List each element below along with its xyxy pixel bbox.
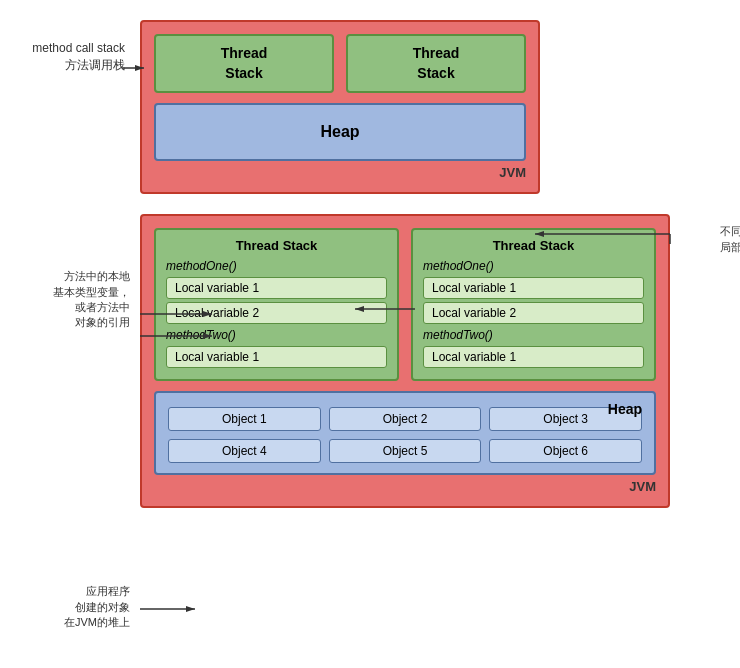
thread-stack-box-1: ThreadStack bbox=[154, 34, 334, 93]
thread-stack-box-2: ThreadStack bbox=[346, 34, 526, 93]
thread-stacks-row-bottom: Thread Stack methodOne() Local variable … bbox=[154, 228, 656, 381]
annot-heap-objects: 应用程序创建的对象在JVM的堆上 bbox=[15, 584, 130, 630]
thread-stack-2-title: Thread Stack bbox=[423, 238, 644, 253]
object-5: Object 5 bbox=[329, 439, 482, 463]
top-jvm-diagram: method call stack 方法调用栈 ThreadStack Thre… bbox=[140, 20, 620, 194]
jvm-box-bottom: Thread Stack methodOne() Local variable … bbox=[140, 214, 670, 508]
object-4: Object 4 bbox=[168, 439, 321, 463]
thread-stack-2-bottom: Thread Stack methodOne() Local variable … bbox=[411, 228, 656, 381]
thread-stack-1-title: Thread Stack bbox=[166, 238, 387, 253]
object-1: Object 1 bbox=[168, 407, 321, 431]
jvm-box-top: ThreadStack ThreadStack Heap JVM bbox=[140, 20, 540, 194]
heap-objects-grid: Object 1 Object 2 Object 3 Object 4 Obje… bbox=[168, 407, 642, 463]
annot-local-vars: 方法中的本地基本类型变量，或者方法中对象的引用 bbox=[15, 269, 130, 331]
heap-label: Heap bbox=[608, 401, 642, 417]
thread-stack-1-bottom: Thread Stack methodOne() Local variable … bbox=[154, 228, 399, 381]
local-var-1-2: Local variable 2 bbox=[166, 302, 387, 324]
object-6: Object 6 bbox=[489, 439, 642, 463]
jvm-label-bottom: JVM bbox=[154, 479, 656, 494]
bottom-jvm-diagram: 方法中的本地基本类型变量，或者方法中对象的引用 应用程序创建的对象在JVM的堆上… bbox=[140, 214, 710, 508]
local-var-1-1: Local variable 1 bbox=[166, 277, 387, 299]
object-2: Object 2 bbox=[329, 407, 482, 431]
local-var-4-1: Local variable 1 bbox=[423, 346, 644, 368]
local-var-3-1: Local variable 1 bbox=[423, 277, 644, 299]
method-two-label-2: methodTwo() bbox=[423, 328, 644, 342]
heap-box-bottom: Heap Object 1 Object 2 Object 3 Object 4… bbox=[154, 391, 656, 475]
method-one-label-1: methodOne() bbox=[166, 259, 387, 273]
method-two-label-1: methodTwo() bbox=[166, 328, 387, 342]
annot-no-share: 不同线程的方法局部变量不可共享 bbox=[720, 224, 740, 255]
thread-stacks-row-top: ThreadStack ThreadStack bbox=[154, 34, 526, 93]
heap-box-top: Heap bbox=[154, 103, 526, 161]
jvm-label-top: JVM bbox=[154, 165, 526, 180]
method-call-label: method call stack 方法调用栈 bbox=[15, 40, 125, 74]
method-one-label-2: methodOne() bbox=[423, 259, 644, 273]
local-var-2-1: Local variable 1 bbox=[166, 346, 387, 368]
local-var-3-2: Local variable 2 bbox=[423, 302, 644, 324]
